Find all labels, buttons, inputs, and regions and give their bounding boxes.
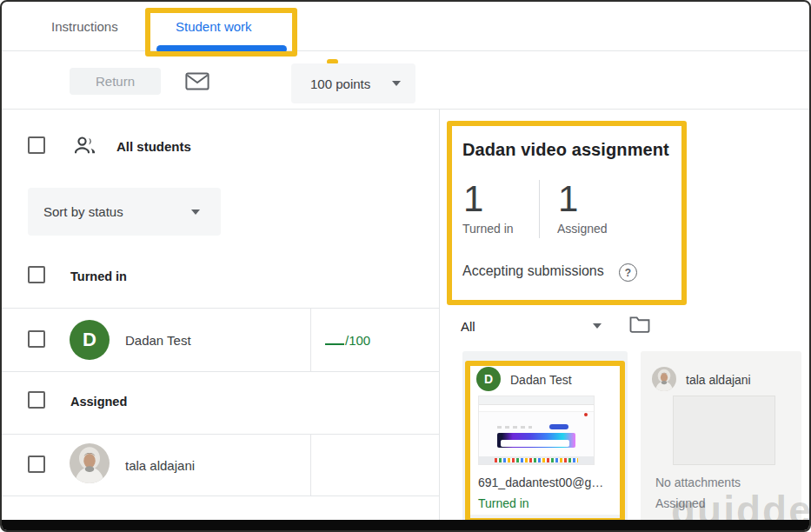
tala-avatar-image bbox=[652, 367, 676, 391]
student-checkbox[interactable] bbox=[28, 330, 45, 348]
chevron-down-icon bbox=[392, 81, 401, 86]
turned-in-section-checkbox[interactable] bbox=[28, 266, 45, 283]
tab-instructions[interactable]: Instructions bbox=[51, 19, 118, 34]
submission-card-dadan-test[interactable]: D Dadan Test 691_dadantest00@g… Turned i… bbox=[462, 351, 628, 522]
sort-dropdown[interactable]: Sort by status bbox=[28, 188, 221, 236]
all-students-label: All students bbox=[116, 139, 191, 154]
avatar-photo bbox=[652, 367, 676, 395]
panel-divider bbox=[439, 109, 440, 521]
assigned-section-checkbox[interactable] bbox=[28, 391, 45, 409]
turned-in-section-label: Turned in bbox=[70, 269, 127, 283]
highlight-box-card bbox=[465, 361, 625, 522]
points-dropdown[interactable]: 100 points bbox=[291, 63, 415, 103]
grade-blank-line bbox=[325, 342, 344, 345]
classroom-student-work-screen: Instructions Student work Return 100 poi… bbox=[0, 0, 811, 532]
chevron-down-icon bbox=[191, 209, 200, 215]
toolbar-divider bbox=[2, 109, 809, 110]
student-row-tala-aldajani[interactable]: tala aldajani bbox=[2, 434, 439, 495]
highlight-box-student-work-tab bbox=[145, 8, 297, 57]
attachments-filter-dropdown[interactable]: All bbox=[461, 316, 602, 336]
assigned-section-label: Assigned bbox=[70, 395, 127, 409]
highlight-box-summary bbox=[447, 121, 687, 305]
student-checkbox[interactable] bbox=[28, 456, 45, 473]
sort-dropdown-value: Sort by status bbox=[43, 204, 123, 219]
card-student-name: tala aldajani bbox=[686, 373, 751, 387]
tabs-divider bbox=[2, 50, 809, 51]
folder-icon bbox=[628, 315, 651, 334]
column-divider bbox=[310, 434, 311, 495]
folder-button[interactable] bbox=[628, 315, 651, 337]
student-name: tala aldajani bbox=[125, 458, 195, 473]
app-frame: Instructions Student work Return 100 poi… bbox=[0, 0, 811, 532]
column-divider bbox=[310, 308, 311, 371]
envelope-icon bbox=[185, 72, 209, 90]
student-name: Dadan Test bbox=[125, 333, 191, 348]
student-row-dadan-test[interactable]: D Dadan Test /100 bbox=[2, 308, 439, 371]
filter-value: All bbox=[461, 319, 475, 334]
bottom-black-bar bbox=[2, 520, 809, 532]
chevron-down-icon bbox=[593, 323, 602, 329]
email-button[interactable] bbox=[185, 72, 209, 94]
tala-avatar-image bbox=[70, 443, 110, 483]
row-divider bbox=[2, 495, 439, 496]
avatar-photo bbox=[70, 443, 110, 487]
grade-denominator: /100 bbox=[345, 333, 370, 348]
select-all-checkbox[interactable] bbox=[28, 136, 45, 154]
avatar: D bbox=[70, 320, 110, 360]
avatar-letter: D bbox=[83, 329, 96, 351]
return-button[interactable]: Return bbox=[70, 68, 161, 95]
empty-attachment-placeholder bbox=[673, 396, 775, 465]
row-divider bbox=[2, 371, 439, 372]
grade-field[interactable]: /100 bbox=[325, 333, 370, 348]
points-value: 100 points bbox=[310, 76, 370, 91]
students-group-icon bbox=[73, 134, 97, 160]
